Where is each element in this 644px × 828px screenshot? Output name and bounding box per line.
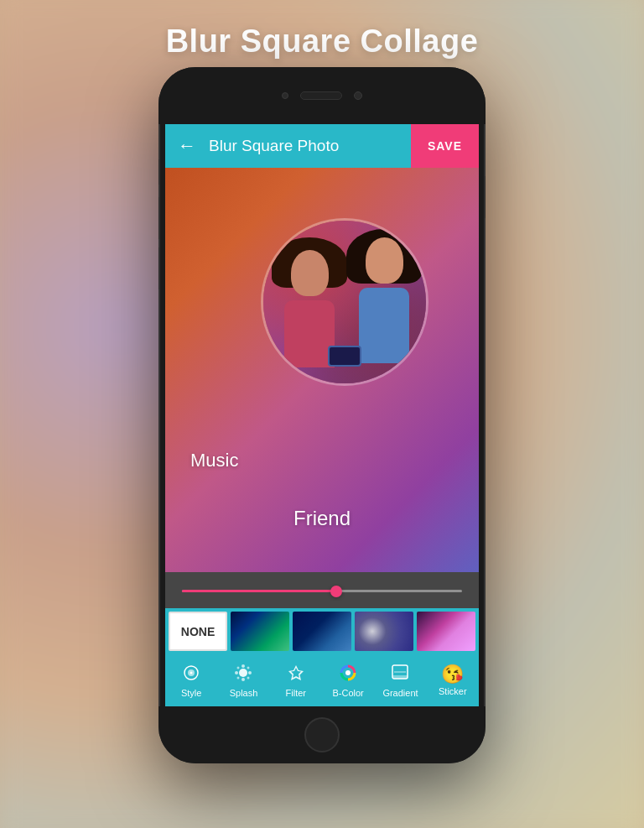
volume-down-button xyxy=(158,247,159,289)
label-music: Music xyxy=(190,450,238,471)
gradient-icon xyxy=(391,664,409,685)
circle-photo-inner xyxy=(263,221,426,383)
slider-thumb[interactable] xyxy=(330,586,342,597)
back-button[interactable]: ← xyxy=(165,124,209,168)
filter-icon xyxy=(287,664,305,685)
phone-in-hands xyxy=(328,346,361,367)
filter-1[interactable] xyxy=(231,612,289,651)
circle-photo[interactable] xyxy=(261,218,428,386)
bottom-nav: Style Splash xyxy=(165,654,479,706)
save-button[interactable]: SAVE xyxy=(411,124,479,168)
proximity-sensor xyxy=(354,91,362,100)
nav-style[interactable]: Style xyxy=(165,654,217,706)
slider-area[interactable] xyxy=(165,572,479,610)
slider-fill xyxy=(182,590,336,592)
sticker-icon: 😘 xyxy=(441,665,464,684)
nav-sticker[interactable]: 😘 Sticker xyxy=(427,654,479,706)
filter-row: NONE xyxy=(165,608,479,654)
app-bar-title: Blur Square Photo xyxy=(209,137,411,155)
front-camera xyxy=(282,92,288,99)
sticker-label: Sticker xyxy=(439,686,467,696)
phone-top-bezel xyxy=(158,67,486,124)
page-title: Blur Square Collage xyxy=(0,23,644,60)
home-button[interactable] xyxy=(304,717,340,752)
bcolor-label: B-Color xyxy=(333,688,364,698)
svg-point-7 xyxy=(248,671,252,674)
svg-point-10 xyxy=(237,676,240,679)
slider-track xyxy=(182,590,462,592)
filter-4[interactable] xyxy=(417,612,475,651)
svg-point-11 xyxy=(247,676,250,679)
svg-point-6 xyxy=(235,671,238,674)
earpiece-speaker xyxy=(300,91,342,100)
splash-icon xyxy=(234,664,252,685)
phone-screen: ← Blur Square Photo SAVE xyxy=(165,124,479,706)
back-icon: ← xyxy=(178,135,196,157)
style-icon xyxy=(182,664,200,685)
gradient-label: Gradient xyxy=(382,688,418,698)
svg-rect-17 xyxy=(392,675,408,679)
svg-point-2 xyxy=(190,671,193,674)
filter-none[interactable]: NONE xyxy=(169,612,227,651)
svg-point-15 xyxy=(345,670,351,675)
filter-label: Filter xyxy=(286,688,306,698)
nav-gradient[interactable]: Gradient xyxy=(374,654,426,706)
nav-bcolor[interactable]: B-Color xyxy=(322,654,374,706)
mute-button xyxy=(158,159,159,185)
bcolor-icon xyxy=(339,664,357,685)
filter-2[interactable] xyxy=(293,612,351,651)
nav-filter[interactable]: Filter xyxy=(270,654,322,706)
svg-point-5 xyxy=(242,678,245,681)
phone-bottom-bezel xyxy=(158,706,486,763)
style-label: Style xyxy=(181,688,201,698)
svg-point-9 xyxy=(247,666,250,669)
nav-splash[interactable]: Splash xyxy=(217,654,269,706)
main-content: Music Friend xyxy=(165,168,479,572)
svg-point-8 xyxy=(237,666,240,669)
power-button xyxy=(485,176,486,218)
label-friend: Friend xyxy=(293,507,351,530)
volume-up-button xyxy=(158,197,159,239)
svg-point-4 xyxy=(242,664,245,668)
phone-frame: ← Blur Square Photo SAVE xyxy=(158,67,486,763)
filter-3[interactable] xyxy=(355,612,413,651)
splash-label: Splash xyxy=(230,688,258,698)
svg-point-3 xyxy=(239,669,247,677)
app-bar: ← Blur Square Photo SAVE xyxy=(165,124,479,168)
